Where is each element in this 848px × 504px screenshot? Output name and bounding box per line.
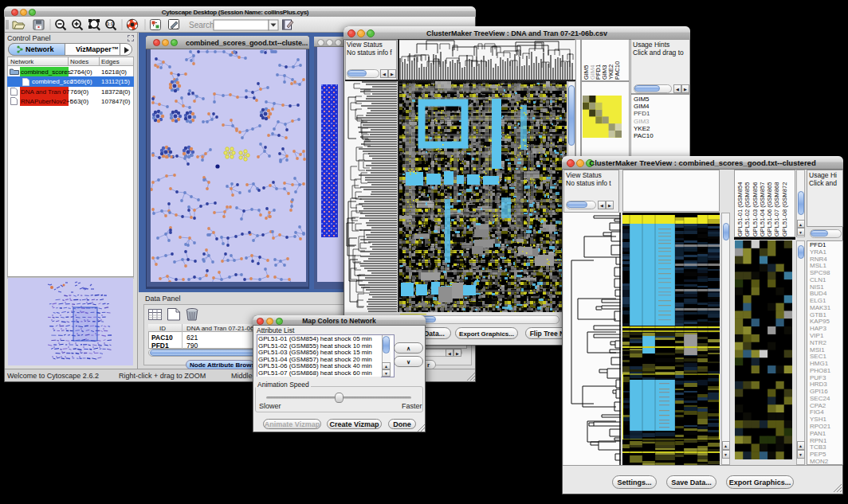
- svg-text:Search:: Search:: [189, 21, 216, 29]
- svg-text:GPL51-04 (GSM857: GPL51-04 (GSM857: [759, 182, 766, 236]
- svg-text:GPL51-03 (GSM856: GPL51-03 (GSM856: [752, 182, 759, 236]
- svg-text:GPL51-02 (GSM855: GPL51-02 (GSM855: [744, 182, 751, 236]
- svg-text:GPL51-01 (GSM854: GPL51-01 (GSM854: [736, 182, 744, 236]
- svg-text:GPL51-08 (GSM872: GPL51-08 (GSM872: [781, 182, 788, 236]
- svg-text:GPL51-07 (GSM868: GPL51-07 (GSM868: [773, 182, 780, 236]
- svg-text:1:1: 1:1: [107, 21, 113, 26]
- svg-text:GPL51-06 (GSM865: GPL51-06 (GSM865: [766, 182, 773, 236]
